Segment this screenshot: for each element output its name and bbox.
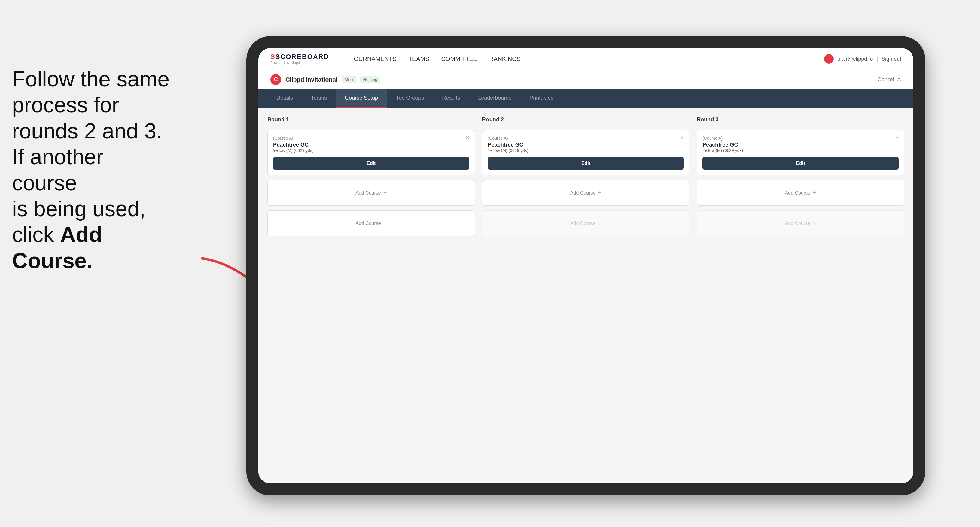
round-2-course-label: (Course A) <box>488 136 684 141</box>
round-1-delete-icon[interactable]: ✕ <box>464 134 471 141</box>
men-badge: Men <box>342 76 356 83</box>
user-avatar <box>824 54 834 63</box>
tournament-logo: C <box>270 74 281 85</box>
round-2-course-name: Peachtree GC <box>488 142 684 148</box>
round-2-add-course-1[interactable]: Add Course + <box>482 180 690 206</box>
round-3-course-name: Peachtree GC <box>702 142 899 148</box>
tab-course-setup[interactable]: Course Setup <box>336 89 387 108</box>
round-3-edit-button[interactable]: Edit <box>702 157 899 170</box>
plus-icon-2: + <box>383 220 387 227</box>
tablet-screen: SSCOREBOARD Powered by clippd TOURNAMENT… <box>258 48 913 483</box>
nav-teams[interactable]: TEAMS <box>409 56 429 62</box>
nav-tournaments[interactable]: TOURNAMENTS <box>350 56 396 62</box>
round-3-add-course-2: Add Course + <box>697 211 904 236</box>
main-content: Round 1 ✕ (Course A) Peachtree GC Yellow… <box>258 108 913 483</box>
tab-tee-groups[interactable]: Tee Groups <box>387 89 433 108</box>
user-email: blair@clippd.io <box>837 56 873 62</box>
round-3-course-label: (Course A) <box>702 136 899 141</box>
round-1-course-label: (Course A) <box>273 136 469 141</box>
plus-icon-5: + <box>813 189 816 196</box>
plus-icon-3: + <box>598 189 601 196</box>
scoreboard-logo: SSCOREBOARD <box>270 53 329 61</box>
nav-rankings[interactable]: RANKINGS <box>489 56 521 62</box>
round-1-course-card: ✕ (Course A) Peachtree GC Yellow (M) (66… <box>267 130 475 175</box>
round-3-delete-icon[interactable]: ✕ <box>893 134 900 141</box>
round-2-course-card: ✕ (Course A) Peachtree GC Yellow (M) (66… <box>482 130 690 175</box>
plus-icon-4: + <box>598 220 601 227</box>
tab-teams[interactable]: Teams <box>302 89 336 108</box>
tab-bar: Details Teams Course Setup Tee Groups Re… <box>258 89 913 108</box>
tab-details[interactable]: Details <box>267 89 302 108</box>
close-icon: ✕ <box>897 76 901 83</box>
logo-area: SSCOREBOARD Powered by clippd <box>270 53 329 65</box>
tournament-info: C Clippd Invitational Men Hosting <box>270 74 380 85</box>
round-3-title: Round 3 <box>697 116 904 123</box>
sign-out-link[interactable]: Sign out <box>881 56 901 62</box>
round-2-title: Round 2 <box>482 116 690 123</box>
instruction-text: Follow the same process for rounds 2 and… <box>0 54 186 286</box>
tab-results[interactable]: Results <box>433 89 469 108</box>
rounds-container: Round 1 ✕ (Course A) Peachtree GC Yellow… <box>267 116 904 236</box>
round-2-delete-icon[interactable]: ✕ <box>678 134 686 141</box>
separator: | <box>877 56 878 62</box>
round-3-course-card: ✕ (Course A) Peachtree GC Yellow (M) (66… <box>697 130 904 175</box>
powered-by-label: Powered by clippd <box>270 61 329 65</box>
sub-header: C Clippd Invitational Men Hosting Cancel… <box>258 70 913 89</box>
top-navigation: SSCOREBOARD Powered by clippd TOURNAMENT… <box>258 48 913 70</box>
nav-links: TOURNAMENTS TEAMS COMMITTEE RANKINGS <box>350 56 809 62</box>
round-1-add-course-2[interactable]: Add Course + <box>267 211 475 236</box>
plus-icon: + <box>383 189 387 196</box>
round-3-course-details: Yellow (M) (6629 yds) <box>702 148 899 153</box>
nav-committee[interactable]: COMMITTEE <box>441 56 477 62</box>
round-1-course-name: Peachtree GC <box>273 142 469 148</box>
round-2-column: Round 2 ✕ (Course A) Peachtree GC Yellow… <box>482 116 690 236</box>
plus-icon-6: + <box>813 220 816 227</box>
tab-leaderboards[interactable]: Leaderboards <box>469 89 520 108</box>
round-2-edit-button[interactable]: Edit <box>488 157 684 170</box>
round-2-course-details: Yellow (M) (6629 yds) <box>488 148 684 153</box>
tab-printables[interactable]: Printables <box>520 89 562 108</box>
round-3-column: Round 3 ✕ (Course A) Peachtree GC Yellow… <box>697 116 904 236</box>
round-1-edit-button[interactable]: Edit <box>273 157 469 170</box>
round-1-column: Round 1 ✕ (Course A) Peachtree GC Yellow… <box>267 116 475 236</box>
tournament-name: Clippd Invitational <box>285 76 337 83</box>
round-1-title: Round 1 <box>267 116 475 123</box>
tablet-device: SSCOREBOARD Powered by clippd TOURNAMENT… <box>247 36 925 495</box>
round-3-add-course-1[interactable]: Add Course + <box>697 180 904 206</box>
round-1-add-course-1[interactable]: Add Course + <box>267 180 475 206</box>
hosting-badge: Hosting <box>360 76 380 83</box>
round-2-add-course-2: Add Course + <box>482 211 690 236</box>
user-area: blair@clippd.io | Sign out <box>824 54 901 63</box>
cancel-button[interactable]: Cancel ✕ <box>878 76 901 83</box>
round-1-course-details: Yellow (M) (6629 yds) <box>273 148 469 153</box>
